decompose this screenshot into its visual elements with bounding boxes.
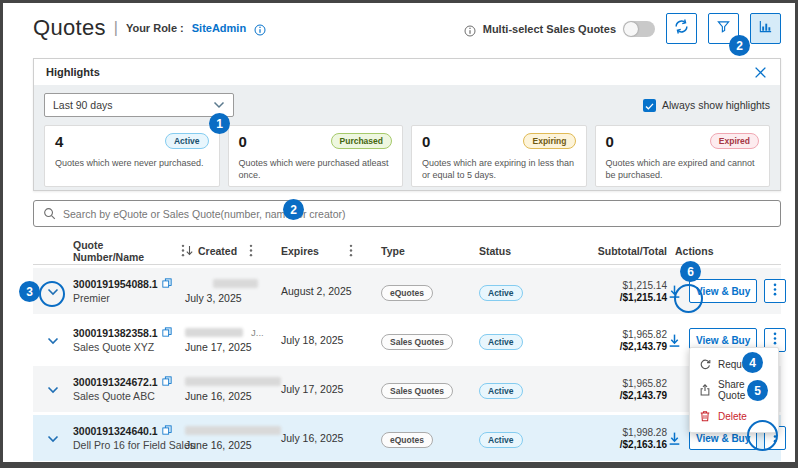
column-menu-icon[interactable]	[349, 244, 353, 257]
share-icon	[699, 384, 711, 396]
period-select-value: Last 90 days	[53, 99, 113, 111]
stat-card-expired: 0 Expired Quotes which are expired and c…	[595, 125, 771, 187]
type-badge: eQuotes	[381, 285, 433, 301]
table-header: Quote Number/Name Created Expires	[33, 237, 781, 265]
role-label: Your Role :	[126, 22, 184, 34]
always-show-label: Always show highlights	[662, 99, 770, 111]
callout-badge-1: 1	[209, 113, 230, 134]
refresh-button[interactable]	[666, 13, 697, 44]
table-row[interactable]: 3000191324640.1 Dell Pro 16 for Field Sa…	[33, 415, 781, 461]
highlights-panel: Highlights Last 90 days	[33, 58, 781, 191]
multiselect-label: Multi-select Sales Quotes	[483, 23, 616, 35]
quotes-table: Quote Number/Name Created Expires	[33, 237, 781, 461]
sort-desc-icon	[185, 245, 194, 256]
subtotal-value: $1,965.82	[585, 329, 667, 340]
type-badge: eQuotes	[381, 432, 433, 448]
redacted-creator	[185, 377, 281, 386]
check-icon	[645, 96, 654, 114]
column-header-created[interactable]: Created	[185, 244, 281, 257]
callout-badge-6: 6	[680, 261, 701, 282]
requote-icon	[699, 358, 711, 370]
kebab-icon	[773, 282, 777, 300]
creator-truncated: J...	[251, 327, 264, 338]
expires-date: July 17, 2025	[281, 383, 381, 395]
stat-count: 0	[422, 133, 430, 150]
download-icon[interactable]	[667, 431, 682, 446]
quote-number: 3000191324672.1	[73, 376, 158, 388]
redacted-creator	[185, 426, 281, 435]
expires-date: August 2, 2025	[281, 285, 381, 297]
status-badge: Active	[479, 285, 523, 301]
status-badge: Expiring	[523, 133, 575, 149]
callout-ring-expander	[39, 281, 65, 307]
copy-icon[interactable]	[162, 278, 172, 290]
trash-icon	[699, 410, 711, 422]
search-bar	[33, 200, 781, 227]
callout-ring-kebab	[747, 420, 778, 451]
column-menu-icon[interactable]	[249, 244, 253, 257]
stat-description: Quotes which were purchased atleast once…	[239, 157, 393, 181]
column-header-subtotal: Subtotal/Total	[585, 245, 667, 257]
expand-row-button[interactable]	[33, 380, 73, 398]
stat-description: Quotes which are expired and cannot be p…	[606, 157, 760, 181]
column-header-expires[interactable]: Expires	[281, 244, 381, 257]
expires-date: July 16, 2025	[281, 432, 381, 444]
chevron-down-icon	[47, 380, 59, 398]
status-badge: Active	[479, 383, 523, 399]
period-select[interactable]: Last 90 days	[44, 93, 234, 117]
page-header: Quotes | Your Role : SiteAdmin	[33, 15, 266, 41]
copy-icon[interactable]	[162, 425, 172, 437]
expand-row-button[interactable]	[33, 429, 73, 447]
search-input[interactable]	[63, 208, 771, 220]
toggle-knob	[624, 22, 638, 36]
callout-ring-download	[674, 284, 703, 313]
created-date: June 16, 2025	[185, 439, 281, 451]
created-date: July 3, 2025	[185, 292, 281, 304]
bar-chart-icon	[758, 19, 773, 38]
table-row[interactable]: 3000191954088.1 Premier July 3, 2025 Aug…	[33, 268, 781, 314]
expires-date: July 18, 2025	[281, 334, 381, 346]
table-row[interactable]: 3000191324672.1 Sales Quote ABC June 16,…	[33, 366, 781, 412]
filter-icon	[716, 19, 731, 38]
table-row[interactable]: 3000191382358.1 Sales Quote XYZ J... Jun…	[33, 317, 781, 363]
info-icon[interactable]	[254, 22, 266, 34]
copy-icon[interactable]	[162, 376, 172, 388]
info-icon[interactable]	[464, 23, 476, 35]
chevron-down-icon	[47, 331, 59, 349]
multiselect-toggle[interactable]	[623, 21, 655, 37]
callout-badge-2: 2	[283, 199, 304, 220]
copy-icon[interactable]	[162, 327, 172, 339]
menu-item-requote[interactable]: Requote	[690, 351, 778, 377]
quotes-page: Quotes | Your Role : SiteAdmin Multi-sel…	[0, 0, 798, 468]
role-value: SiteAdmin	[192, 22, 246, 34]
redacted-creator	[213, 279, 258, 288]
always-show-checkbox[interactable]	[643, 99, 656, 112]
total-value: /$2,163.16	[585, 439, 667, 450]
status-badge: Active	[479, 334, 523, 350]
download-icon[interactable]	[667, 333, 682, 348]
row-menu-button[interactable]	[764, 279, 786, 303]
subtotal-value: $1,998.28	[585, 427, 667, 438]
stat-count: 4	[55, 133, 63, 150]
highlights-chart-button[interactable]	[750, 13, 781, 44]
refresh-icon	[673, 18, 690, 39]
chevron-down-icon	[47, 429, 59, 447]
stat-card-purchased: 0 Purchased Quotes which were purchased …	[228, 125, 404, 187]
subtotal-value: $1,965.82	[585, 378, 667, 389]
stat-description: Quotes which were never purchased.	[55, 157, 209, 169]
chevron-down-icon	[213, 101, 225, 109]
status-badge: Expired	[710, 133, 759, 149]
total-value: /$2,143.79	[585, 341, 667, 352]
stat-card-active: 4 Active Quotes which were never purchas…	[44, 125, 220, 187]
highlights-title: Highlights	[46, 66, 100, 78]
subtotal-value: $1,215.14	[585, 280, 667, 291]
created-date: June 16, 2025	[185, 390, 281, 402]
total-value: /$1,215.14	[585, 292, 667, 303]
quote-number: 3000191382358.1	[73, 327, 158, 339]
callout-badge-2: 2	[729, 35, 750, 56]
highlights-body: Last 90 days Always show highlights	[34, 85, 780, 190]
close-icon[interactable]	[754, 65, 768, 79]
expand-row-button[interactable]	[33, 331, 73, 349]
quote-name: Sales Quote XYZ	[73, 341, 185, 353]
column-header-number[interactable]: Quote Number/Name	[73, 239, 185, 263]
